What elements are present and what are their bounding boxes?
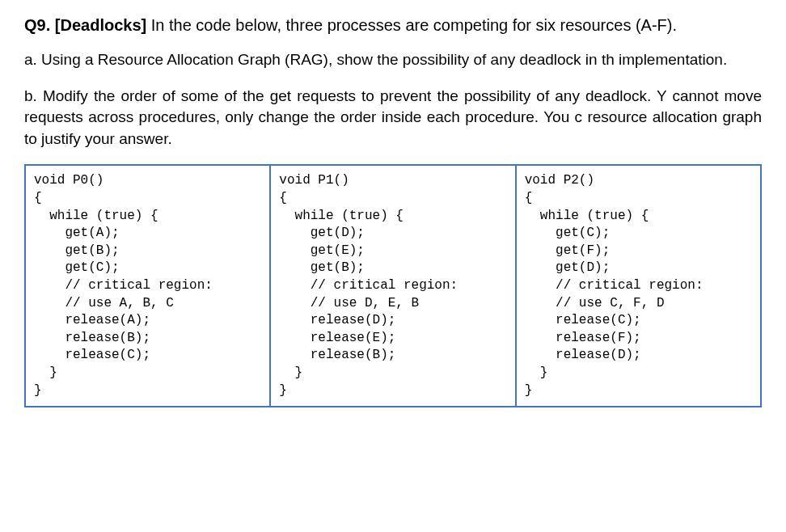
part-a: a. Using a Resource Allocation Graph (RA…: [24, 49, 762, 71]
code-block-p1: void P1() { while (true) { get(D); get(E…: [271, 164, 516, 407]
part-b: b. Modify the order of some of the get r…: [24, 86, 762, 150]
question-number: Q9.: [24, 16, 50, 34]
code-container: void P0() { while (true) { get(A); get(B…: [24, 164, 762, 407]
question-title: Q9. [Deadlocks] In the code below, three…: [24, 16, 762, 35]
code-block-p0: void P0() { while (true) { get(A); get(B…: [24, 164, 271, 407]
question-topic: [Deadlocks]: [55, 16, 146, 34]
code-block-p2: void P2() { while (true) { get(C); get(F…: [517, 164, 762, 407]
question-intro: In the code below, three processes are c…: [151, 16, 677, 34]
